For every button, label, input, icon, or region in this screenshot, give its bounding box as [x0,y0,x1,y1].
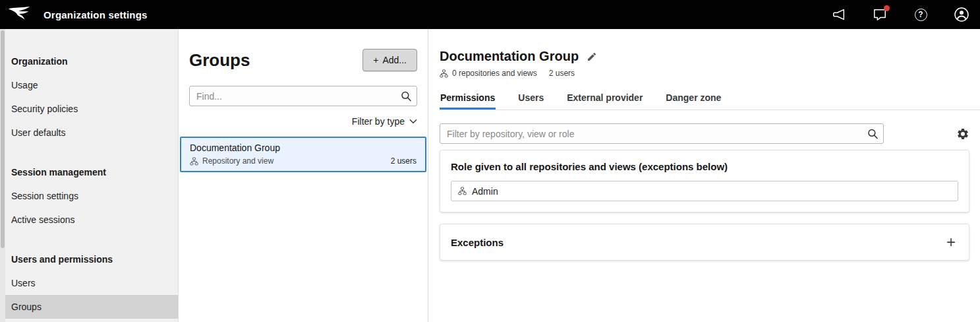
settings-sidebar: Organization Usage Security policies Use… [0,29,179,322]
group-item-subrow: Repository and view 2 users [190,156,417,166]
tab-danger-zone[interactable]: Danger zone [665,92,722,110]
sidebar-item-active-sessions[interactable]: Active sessions [0,208,178,232]
group-detail-title: Documentation Group [440,49,579,64]
sidebar-section-organization: Organization [0,49,178,73]
announcements-icon[interactable] [831,7,847,22]
permissions-filter-input[interactable] [440,123,884,144]
account-icon[interactable] [954,7,969,22]
main-layout: Organization Usage Security policies Use… [0,29,980,322]
repository-icon [440,69,448,78]
sidebar-item-users[interactable]: Users [0,271,178,295]
logo[interactable] [8,6,34,23]
group-detail: Documentation Group 0 repositories and v… [428,29,980,322]
groups-title: Groups [189,50,250,71]
search-icon [867,128,879,139]
groups-panel-header: Groups + Add... [189,49,417,71]
find-field [189,86,417,106]
role-card: Role given to all repositories and views… [440,150,969,212]
filter-by-type-dropdown[interactable]: Filter by type [352,116,417,127]
filter-row: Filter by type [189,116,417,127]
repository-icon [190,157,198,166]
chevron-down-icon [409,119,417,124]
permissions-filter-field [440,123,884,144]
role-value: Admin [472,186,498,197]
add-exception-button[interactable]: + [944,236,958,249]
detail-title-row: Documentation Group [440,49,969,64]
role-card-heading: Role given to all repositories and views… [451,161,958,172]
topbar: Organization settings ? [0,0,980,29]
sidebar-section-users-and-permissions: Users and permissions [0,247,178,271]
add-group-button[interactable]: + Add... [362,49,417,71]
role-icon [458,187,467,195]
sidebar-section-session-management: Session management [0,160,178,184]
exceptions-card: Exceptions + [440,224,969,261]
groups-panel: Groups + Add... Filter by type Documenta… [179,29,428,322]
tab-external-provider[interactable]: External provider [566,92,643,110]
role-select[interactable]: Admin [451,181,958,201]
group-summary: 0 repositories and views 2 users [440,69,969,78]
find-input[interactable] [189,86,417,106]
detail-tabs: Permissions Users External provider Dang… [440,92,980,110]
group-type: Repository and view [202,156,274,166]
topbar-actions: ? [831,7,969,22]
tab-permissions[interactable]: Permissions [440,92,496,110]
sidebar-item-user-defaults[interactable]: User defaults [0,121,178,145]
filter-by-type-label: Filter by type [352,116,405,127]
repos-summary: 0 repositories and views [452,69,537,78]
notification-dot [884,5,890,11]
feedback-icon[interactable] [872,7,888,22]
users-summary: 2 users [549,69,575,78]
search-icon [401,90,412,102]
permissions-filter-row [440,123,969,144]
sidebar-item-groups[interactable]: Groups [0,295,178,319]
sidebar-section-gap [0,145,178,160]
group-name: Documentation Group [190,143,417,153]
sidebar-item-security-policies[interactable]: Security policies [0,97,178,121]
sidebar-item-usage[interactable]: Usage [0,73,178,97]
edit-icon[interactable] [587,51,597,62]
falcon-logo-icon [8,6,30,23]
sidebar-scrollbar[interactable] [0,29,5,322]
page-title: Organization settings [43,9,148,20]
plus-icon: + [373,55,378,65]
gear-icon[interactable] [956,127,969,141]
group-list-item[interactable]: Documentation Group Repository and view … [180,137,426,172]
sidebar-section-gap [0,232,178,247]
sidebar-scrollbar-thumb[interactable] [1,30,5,248]
sidebar-item-session-settings[interactable]: Session settings [0,184,178,208]
question-mark-glyph: ? [915,9,927,21]
exceptions-heading: Exceptions [451,237,504,248]
group-users-count: 2 users [391,156,417,166]
add-group-label: Add... [382,55,407,65]
help-icon[interactable]: ? [913,7,929,22]
tab-users[interactable]: Users [517,92,544,110]
